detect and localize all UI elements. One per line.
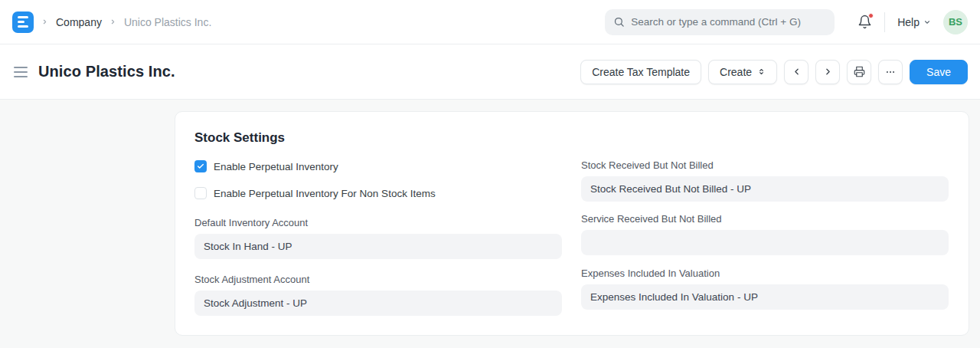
expenses-included-in-valuation-field[interactable] (581, 284, 949, 310)
avatar-initials: BS (949, 16, 962, 28)
top-navbar: Company Unico Plastics Inc. Help BS (0, 0, 980, 44)
stock-settings-section: Stock Settings Enable Perpetual Inventor… (175, 111, 969, 336)
chevron-left-icon (792, 67, 802, 77)
search-input[interactable] (631, 16, 826, 28)
default-inventory-account-label: Default Inventory Account (194, 217, 562, 228)
select-chevrons-icon (757, 67, 766, 76)
app-logo-icon[interactable] (12, 11, 34, 33)
avatar[interactable]: BS (943, 10, 968, 34)
next-document-button[interactable] (815, 60, 840, 84)
checkbox-unchecked-icon (194, 187, 207, 199)
stock-received-not-billed-label: Stock Received But Not Billed (581, 159, 949, 171)
create-tax-template-button[interactable]: Create Tax Template (580, 60, 701, 84)
navbar-divider (884, 12, 885, 32)
print-button[interactable] (847, 60, 871, 84)
printer-icon (854, 66, 865, 77)
form-content-area: Stock Settings Enable Perpetual Inventor… (0, 100, 980, 348)
check-icon (197, 163, 204, 170)
page-title: Unico Plastics Inc. (38, 63, 175, 80)
help-label: Help (897, 16, 920, 28)
chevron-right-icon (41, 18, 48, 25)
create-menu-button[interactable]: Create (708, 60, 777, 84)
header-actions: Create Tax Template Create Save (580, 60, 968, 84)
checkbox-checked-icon (194, 160, 207, 172)
chevron-down-icon (923, 18, 931, 26)
ellipsis-icon (885, 67, 896, 77)
save-button[interactable]: Save (910, 60, 968, 84)
help-menu[interactable]: Help (897, 16, 931, 28)
breadcrumb-current: Unico Plastics Inc. (124, 16, 211, 28)
stock-adjustment-account-field[interactable] (194, 291, 562, 316)
notifications-button[interactable] (858, 15, 872, 29)
previous-document-button[interactable] (784, 60, 808, 84)
notification-dot (868, 13, 874, 18)
stock-received-not-billed-field[interactable] (581, 176, 949, 202)
service-received-not-billed-field[interactable] (581, 230, 949, 255)
enable-perpetual-inventory-non-stock-checkbox[interactable]: Enable Perpetual Inventory For Non Stock… (194, 187, 562, 199)
form-column-left: Enable Perpetual Inventory Enable Perpet… (194, 146, 562, 316)
global-search[interactable] (605, 9, 835, 35)
page-header: Unico Plastics Inc. Create Tax Template … (0, 44, 980, 100)
default-inventory-account-field[interactable] (194, 234, 562, 259)
stock-adjustment-account-label: Stock Adjustment Account (194, 274, 562, 285)
section-title: Stock Settings (194, 130, 949, 146)
breadcrumb-company[interactable]: Company (56, 16, 102, 28)
search-icon (613, 16, 625, 28)
more-options-button[interactable] (878, 60, 903, 84)
service-received-not-billed-label: Service Received But Not Billed (581, 213, 949, 225)
chevron-right-icon (109, 18, 116, 25)
enable-perpetual-inventory-checkbox[interactable]: Enable Perpetual Inventory (194, 160, 562, 172)
chevron-right-icon (823, 67, 833, 77)
form-column-right: Stock Received But Not Billed Service Re… (581, 146, 949, 316)
expenses-included-in-valuation-label: Expenses Included In Valuation (581, 268, 949, 279)
sidebar-toggle-menu-icon[interactable] (12, 64, 29, 80)
